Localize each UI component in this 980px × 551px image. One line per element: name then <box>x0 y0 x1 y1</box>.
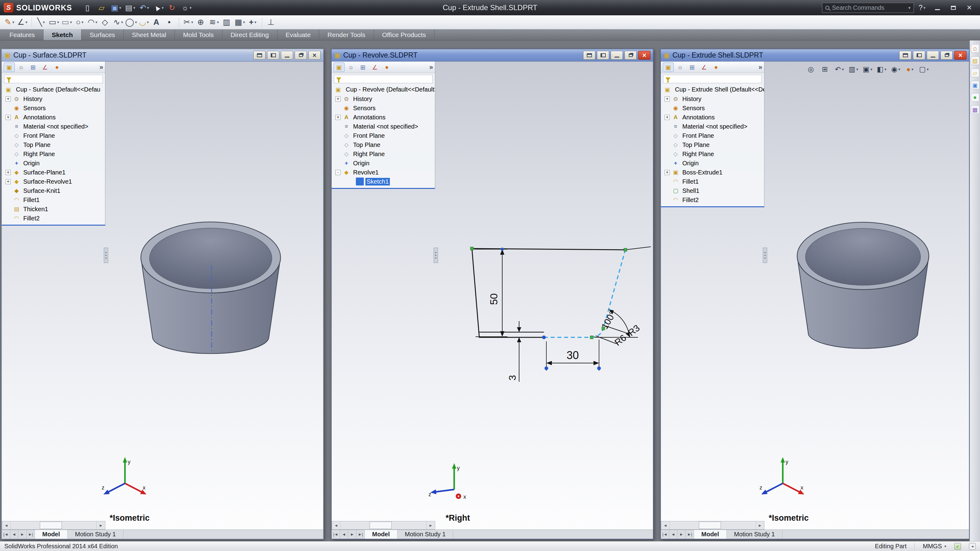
scrollbar-track[interactable] <box>670 521 756 529</box>
sketch-toolbar-button[interactable]: ▾ <box>73 16 86 28</box>
sketch-toolbar-button[interactable] <box>195 16 208 28</box>
sketch-toolbar-button[interactable]: ▾ <box>233 16 246 28</box>
command-tab[interactable]: Direct Editing <box>222 29 277 40</box>
tab-scroll-right-icon[interactable]: ► <box>348 530 356 539</box>
tree-item[interactable]: + Boss-Extrude1 <box>661 168 764 177</box>
tree-item[interactable]: + History <box>2 94 105 103</box>
scrollbar-thumb[interactable] <box>40 522 62 529</box>
tab-scroll-right-icon[interactable]: ► <box>18 530 27 539</box>
search-scope-caret-icon[interactable]: ▾ <box>908 5 910 10</box>
panel-splitter-handle[interactable] <box>434 248 438 263</box>
heads-up-toolbar-button[interactable]: ▾ <box>861 64 874 75</box>
scroll-left-icon[interactable]: ◄ <box>2 521 11 529</box>
task-pane-icon[interactable] <box>971 81 979 89</box>
dropdown-caret-icon[interactable]: ▾ <box>121 20 123 24</box>
dropdown-caret-icon[interactable]: ▾ <box>12 20 14 24</box>
sketch-toolbar-button[interactable]: ▾ <box>137 16 150 28</box>
heads-up-toolbar-button[interactable] <box>819 64 832 75</box>
scrollbar-track[interactable] <box>11 521 97 529</box>
overflow-chevron-icon[interactable]: » <box>430 64 433 71</box>
dropdown-caret-icon[interactable]: ▾ <box>95 20 98 24</box>
close-button[interactable]: × <box>962 2 976 13</box>
command-tab[interactable]: Surfaces <box>81 29 124 40</box>
document-tab[interactable]: Model <box>365 530 398 539</box>
dropdown-caret-icon[interactable]: ▾ <box>885 67 886 71</box>
scroll-right-icon[interactable]: ► <box>756 521 764 529</box>
sketch-toolbar-button[interactable]: ▾ <box>208 16 221 28</box>
tree-root-item[interactable]: Cup - Revolve (Default<<Default>_ <box>332 85 435 94</box>
sketch-toolbar-button[interactable]: ▾ <box>112 16 125 28</box>
tree-item[interactable]: Surface-Knit1 <box>2 186 105 195</box>
dropdown-caret-icon[interactable]: ▾ <box>927 67 929 71</box>
tile-button[interactable] <box>253 51 266 60</box>
dropdown-caret-icon[interactable]: ▾ <box>842 67 844 71</box>
dropdown-caret-icon[interactable]: ▾ <box>912 67 913 71</box>
sketch-toolbar-button[interactable]: ▾ <box>86 16 99 28</box>
tree-item[interactable]: + History <box>661 94 764 103</box>
feature-tree-tab[interactable] <box>675 62 686 72</box>
heads-up-toolbar-button[interactable]: ▾ <box>889 64 902 75</box>
menu-toolbar-button[interactable]: ▾ <box>137 2 151 13</box>
feature-tree-tab[interactable] <box>698 62 710 72</box>
sketch-toolbar-button[interactable] <box>262 18 262 27</box>
child-minimize-button[interactable] <box>281 51 293 60</box>
cup-cavity[interactable] <box>805 229 921 285</box>
cup-cavity[interactable] <box>150 228 272 289</box>
restore-button[interactable] <box>946 2 960 13</box>
tree-item[interactable]: Sensors <box>332 103 435 113</box>
tile-vertical-button[interactable] <box>597 51 609 60</box>
heads-up-toolbar-button[interactable]: ▾ <box>875 64 888 75</box>
dimension-thickness[interactable]: 3 <box>507 321 528 382</box>
tree-item[interactable]: Front Plane <box>2 131 105 140</box>
sketch-toolbar-button[interactable] <box>265 16 278 28</box>
expand-toggle[interactable]: + <box>665 115 670 120</box>
help-button[interactable]: ?▾ <box>919 4 926 12</box>
overflow-chevron-icon[interactable]: » <box>759 64 762 71</box>
tree-item[interactable]: Material <not specified> <box>661 122 764 131</box>
tree-item[interactable]: Fillet2 <box>661 195 764 205</box>
feature-tree-tab[interactable] <box>27 62 38 72</box>
quick-tips-icon[interactable]: ✓ <box>954 543 961 550</box>
dimension-handle-point[interactable] <box>544 367 548 370</box>
panel-splitter-handle[interactable] <box>763 248 767 263</box>
feature-tree-tab[interactable] <box>40 62 51 72</box>
tree-item[interactable]: - Revolve1 <box>332 168 435 177</box>
tile-vertical-button[interactable] <box>267 51 279 60</box>
tree-item[interactable]: Sensors <box>661 103 764 113</box>
tree-filter-input[interactable] <box>4 75 103 83</box>
task-pane-icon[interactable] <box>971 68 979 77</box>
expand-toggle[interactable]: - <box>335 170 340 175</box>
scrollbar-thumb[interactable] <box>699 522 721 529</box>
tab-scroll-last-icon[interactable]: ►| <box>356 530 365 539</box>
sketch-toolbar-button[interactable] <box>99 16 112 28</box>
menu-toolbar-button[interactable]: ▾ <box>109 2 123 13</box>
task-pane-icon[interactable] <box>971 56 979 65</box>
sketch-toolbar-button[interactable]: ▾ <box>246 16 259 28</box>
tile-button[interactable] <box>899 51 912 60</box>
tree-item[interactable]: + Surface-Plane1 <box>2 168 105 177</box>
menu-toolbar-button[interactable]: ▾ <box>123 2 137 13</box>
document-tab[interactable]: Motion Study 1 <box>68 530 123 539</box>
dropdown-caret-icon[interactable]: ▾ <box>856 67 858 71</box>
expand-toggle[interactable]: + <box>5 170 11 175</box>
tree-filter-input[interactable] <box>334 75 433 83</box>
feature-tree-tab[interactable] <box>663 62 674 72</box>
child-window-titlebar[interactable]: ▣ Cup - Extrude Shell.SLDPRT × <box>661 49 969 62</box>
dropdown-caret-icon[interactable]: ▾ <box>217 20 219 24</box>
tile-vertical-button[interactable] <box>913 51 925 60</box>
feature-tree-tab[interactable] <box>687 62 698 72</box>
sketch-toolbar-button[interactable] <box>179 18 179 27</box>
sketch-toolbar-button[interactable]: ▾ <box>60 16 73 28</box>
feature-tree-tab[interactable] <box>51 62 62 72</box>
tree-item[interactable]: Right Plane <box>332 149 435 159</box>
menu-toolbar-button[interactable]: ▾ <box>151 2 165 13</box>
scroll-left-icon[interactable]: ◄ <box>332 521 340 529</box>
document-tab[interactable]: Motion Study 1 <box>727 530 783 539</box>
units-caret-icon[interactable]: ▾ <box>944 544 946 549</box>
dimension-height[interactable]: 50 <box>474 249 508 337</box>
tree-root-item[interactable]: Cup - Extrude Shell (Default<<Def <box>661 85 764 94</box>
child-restore-button[interactable] <box>294 51 307 60</box>
tab-scroll-first-icon[interactable]: |◄ <box>2 530 10 539</box>
heads-up-toolbar-button[interactable] <box>805 64 818 75</box>
child-restore-button[interactable] <box>624 51 637 60</box>
